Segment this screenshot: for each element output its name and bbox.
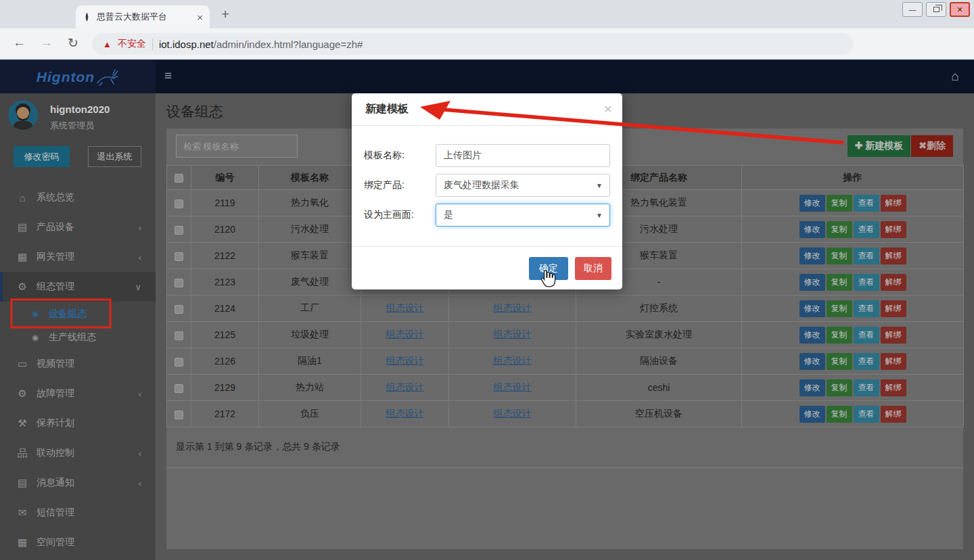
back-icon[interactable]: ← [13, 35, 26, 50]
copy-button[interactable]: 复制 [827, 248, 852, 264]
new-tab-icon[interactable]: + [221, 6, 229, 22]
search-input[interactable] [176, 135, 298, 158]
view-button[interactable]: 查看 [854, 379, 879, 396]
view-button[interactable]: 查看 [854, 327, 879, 344]
logout-button[interactable]: 退出系统 [88, 146, 141, 167]
copy-button[interactable]: 复制 [827, 274, 852, 291]
copy-button[interactable]: 复制 [827, 327, 852, 344]
edit-button[interactable]: 修改 [799, 300, 825, 317]
row-checkbox[interactable] [175, 384, 183, 393]
main-screen-select[interactable]: 是 ▼ [436, 204, 610, 227]
minimize-button[interactable]: — [902, 2, 923, 17]
new-template-button[interactable]: ✚ 新建模板 [848, 135, 911, 157]
edit-button[interactable]: 修改 [799, 274, 825, 291]
design-link[interactable]: 组态设计 [494, 381, 532, 392]
select-all-checkbox[interactable] [175, 174, 183, 183]
security-warning-label: 不安全 [118, 38, 146, 50]
copy-button[interactable]: 复制 [827, 406, 852, 423]
forward-icon[interactable]: → [40, 35, 53, 50]
confirm-button[interactable]: 确定 [529, 257, 568, 280]
sidebar-item-故障管理[interactable]: ⚙故障管理‹ [0, 379, 156, 409]
view-button[interactable]: 查看 [854, 248, 879, 264]
unbind-button[interactable]: 解绑 [881, 379, 906, 396]
unbind-button[interactable]: 解绑 [881, 327, 906, 344]
view-button[interactable]: 查看 [854, 274, 879, 291]
change-password-button[interactable]: 修改密码 [14, 146, 70, 167]
close-window-button[interactable]: ✕ [950, 2, 970, 17]
copy-button[interactable]: 复制 [827, 300, 852, 317]
app-logo: Hignton [0, 60, 156, 93]
sidebar-item-联动控制[interactable]: 品联动控制‹ [0, 438, 156, 468]
browser-tab[interactable]: 思普云大数据平台 × [76, 5, 210, 28]
row-checkbox[interactable] [175, 252, 183, 261]
envelope-icon: ✉ [14, 507, 30, 519]
delete-button[interactable]: ✖删除 [911, 135, 953, 157]
view-button[interactable]: 查看 [854, 353, 879, 370]
design-link[interactable]: 组态设计 [386, 329, 424, 340]
edit-button[interactable]: 修改 [799, 195, 825, 212]
design-link[interactable]: 组态设计 [386, 381, 424, 392]
address-bar[interactable]: ▲ 不安全 iot.idosp.net/admin/index.html?lan… [92, 33, 854, 55]
copy-button[interactable]: 复制 [827, 221, 852, 238]
edit-button[interactable]: 修改 [799, 221, 825, 238]
copy-button[interactable]: 复制 [827, 195, 852, 212]
sidebar-item-消息通知[interactable]: ▤消息通知‹ [0, 468, 156, 498]
sidebar-item-短信管理[interactable]: ✉短信管理 [0, 498, 156, 528]
unbind-button[interactable]: 解绑 [881, 274, 906, 291]
design-link[interactable]: 组态设计 [494, 355, 532, 366]
row-checkbox[interactable] [175, 279, 183, 287]
chevron-left-icon: ‹ [139, 223, 141, 233]
sidebar-item-网关管理[interactable]: ▦网关管理‹ [0, 242, 156, 272]
row-checkbox[interactable] [175, 411, 183, 419]
unbind-button[interactable]: 解绑 [881, 406, 906, 423]
row-checkbox[interactable] [175, 305, 183, 314]
unbind-button[interactable]: 解绑 [881, 248, 906, 264]
edit-button[interactable]: 修改 [799, 353, 825, 370]
edit-button[interactable]: 修改 [799, 248, 825, 264]
edit-button[interactable]: 修改 [799, 406, 825, 423]
sidebar-item-产品设备[interactable]: ▤产品设备‹ [0, 212, 156, 242]
row-checkbox[interactable] [175, 226, 183, 235]
sidebar-item-组态管理[interactable]: ⚙组态管理∨ [0, 272, 156, 302]
row-checkbox[interactable] [175, 331, 183, 340]
browser-tabstrip: 思普云大数据平台 × + — ✕ [0, 0, 974, 28]
template-name-input[interactable]: 上传图片 [436, 144, 610, 167]
app-home-icon[interactable]: ⌂ [952, 69, 959, 84]
sidebar-item-保养计划[interactable]: ⚒保养计划 [0, 409, 156, 438]
unbind-button[interactable]: 解绑 [881, 353, 906, 370]
sidebar-item-空间管理[interactable]: ▦空间管理 [0, 528, 156, 557]
row-checkbox[interactable] [175, 358, 183, 367]
bind-product-select[interactable]: 废气处理数据采集 ▼ [436, 174, 610, 197]
sidebar-item-label: 网关管理 [37, 251, 74, 263]
modal-close-icon[interactable]: × [604, 101, 612, 117]
view-button[interactable]: 查看 [854, 221, 879, 238]
row-checkbox[interactable] [175, 200, 183, 208]
view-button[interactable]: 查看 [854, 406, 879, 423]
maximize-button[interactable] [926, 2, 946, 17]
edit-button[interactable]: 修改 [799, 327, 825, 344]
tab-close-icon[interactable]: × [197, 11, 203, 23]
copy-button[interactable]: 复制 [827, 379, 852, 396]
sidebar-toggle-icon[interactable]: ≡ [164, 68, 172, 83]
sidebar-item-生产线组态[interactable]: ◉生产线组态 [0, 325, 156, 349]
view-button[interactable]: 查看 [854, 300, 879, 317]
cancel-button[interactable]: 取消 [575, 257, 611, 280]
sitemap-icon: 品 [14, 447, 30, 460]
sidebar-submenu: ◉设备组态◉生产线组态 [0, 302, 156, 349]
sidebar-item-设备组态[interactable]: ◉设备组态 [0, 302, 156, 325]
view-button[interactable]: 查看 [854, 195, 879, 212]
unbind-button[interactable]: 解绑 [881, 221, 906, 238]
design-link[interactable]: 组态设计 [386, 355, 424, 366]
design-link[interactable]: 组态设计 [386, 408, 424, 419]
design-link[interactable]: 组态设计 [494, 302, 532, 313]
copy-button[interactable]: 复制 [827, 353, 852, 370]
sidebar-item-视频管理[interactable]: ▭视频管理 [0, 349, 156, 379]
design-link[interactable]: 组态设计 [386, 302, 424, 313]
sidebar-item-系统总览[interactable]: ⌂系统总览 [0, 183, 156, 212]
design-link[interactable]: 组态设计 [494, 329, 532, 340]
design-link[interactable]: 组态设计 [494, 408, 532, 419]
unbind-button[interactable]: 解绑 [881, 300, 906, 317]
unbind-button[interactable]: 解绑 [881, 195, 906, 212]
reload-icon[interactable]: ↻ [68, 35, 78, 51]
edit-button[interactable]: 修改 [799, 379, 825, 396]
